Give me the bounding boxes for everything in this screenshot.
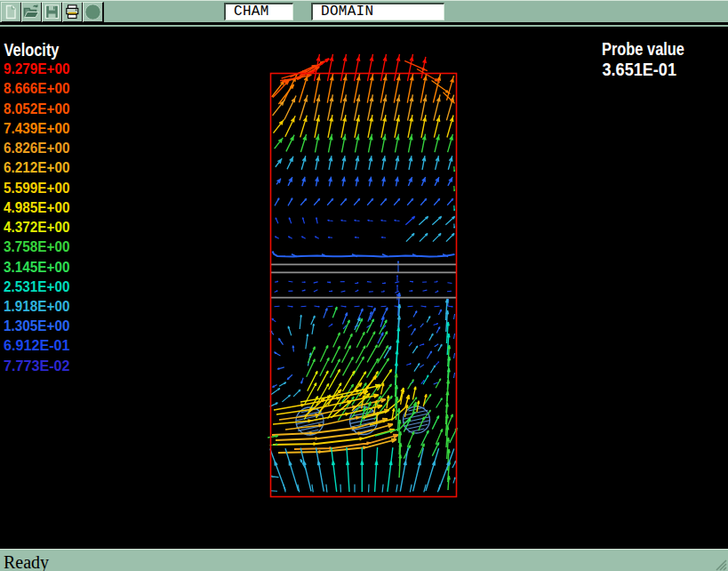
svg-text:4.985E+00: 4.985E+00: [4, 198, 70, 216]
svg-text:4.372E+00: 4.372E+00: [4, 218, 70, 236]
svg-text:Velocity: Velocity: [4, 40, 60, 60]
svg-text:2.531E+00: 2.531E+00: [4, 277, 70, 295]
svg-text:3.758E+00: 3.758E+00: [4, 237, 70, 255]
svg-text:1.305E+00: 1.305E+00: [4, 317, 70, 334]
svg-text:5.599E+00: 5.599E+00: [4, 179, 70, 197]
svg-text:9.279E+00: 9.279E+00: [4, 60, 70, 77]
svg-text:8.052E+00: 8.052E+00: [4, 100, 70, 117]
svg-text:7.439E+00: 7.439E+00: [4, 119, 70, 137]
svg-text:6.912E-01: 6.912E-01: [4, 336, 70, 354]
svg-text:6.826E+00: 6.826E+00: [4, 139, 70, 157]
svg-text:1.918E+00: 1.918E+00: [4, 297, 70, 315]
svg-text:8.666E+00: 8.666E+00: [4, 79, 70, 97]
svg-text:3.651E-01: 3.651E-01: [603, 60, 677, 79]
svg-text:3.145E+00: 3.145E+00: [4, 258, 70, 276]
svg-text:6.212E+00: 6.212E+00: [4, 158, 70, 176]
svg-text:Probe value: Probe value: [602, 39, 684, 59]
svg-text:7.773E-02: 7.773E-02: [4, 357, 70, 374]
